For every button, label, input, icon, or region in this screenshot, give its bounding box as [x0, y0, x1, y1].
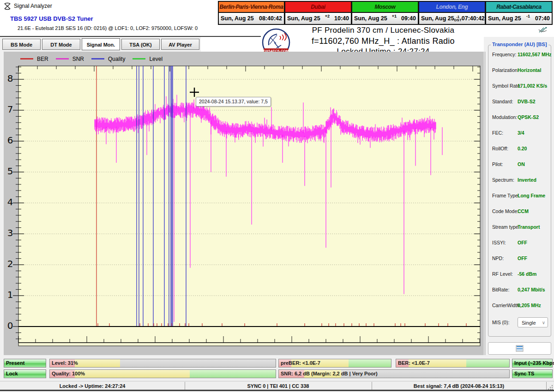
clock-panel-3: MoscowSun, Aug 25+109:40: [352, 1, 419, 25]
stream-info-button[interactable]: [488, 342, 551, 355]
field-label: CarrierWidth:: [492, 303, 521, 308]
stream-icon: [516, 345, 524, 352]
clock-time-row: Sun, Aug 2508:40:42: [219, 13, 284, 24]
field-value: Long Frame: [518, 193, 545, 198]
clock-date: Sun, Aug 25: [488, 15, 521, 22]
status-badge: Present: [4, 359, 46, 368]
clock-date: Sun, Aug 25: [421, 15, 454, 22]
field-label: ISSYI:: [492, 240, 506, 245]
field-label: FEC:: [492, 130, 503, 136]
clock-panel-5: Rabat-CasablancaSun, Aug 25-107:40: [486, 1, 553, 25]
progress-bar: preBER: <1.0E-7: [278, 359, 391, 368]
progress-bar: BER: <1.0E-7: [396, 359, 510, 368]
tab-tsa-ok[interactable]: TSA (OK): [121, 39, 160, 50]
clock-panel-4: London, EngSun, Aug 25-1DST07:40:42: [419, 1, 486, 25]
progress-bar: Level: 31%: [49, 359, 276, 368]
field-value: 0,247 Mbit/s: [518, 287, 545, 292]
transponder-panel: Transponder (AU) [BS] Frequency:11602,56…: [488, 45, 551, 337]
offset-dst: DST: [454, 18, 462, 22]
field-value: OFF: [518, 240, 527, 245]
clock-time: 10:40: [334, 15, 349, 22]
field-label: Frequency:: [492, 52, 517, 57]
tab-av-player[interactable]: AV Player: [161, 39, 199, 50]
clock-city: Berlin-Paris-Vienna-Roma: [219, 2, 284, 13]
clock-time: 08:40:42: [259, 15, 282, 22]
clock-city: London, Eng: [419, 2, 485, 13]
satellite-icon: [537, 26, 549, 33]
clock-time-row: Sun, Aug 25+210:40: [285, 13, 351, 24]
field-value: 11602,567 MHz: [518, 52, 552, 57]
tuner-name: TBS 5927 USB DVB-S2 Tuner: [10, 15, 93, 22]
y-axis-label: 8: [5, 73, 16, 86]
chevron-down-icon: ∨: [542, 318, 545, 328]
bar-segment: [466, 359, 509, 367]
bar-label: BER: <1.0E-7: [398, 359, 430, 367]
bar-segment: [190, 370, 276, 378]
app-icon: [4, 2, 12, 10]
plot-area[interactable]: [18, 66, 480, 346]
mis-selected-value: Single: [522, 320, 536, 326]
resize-grip[interactable]: [548, 384, 553, 389]
field-value: 171,002 KS/s: [518, 83, 547, 89]
mode-tabs: BS ModeDT ModeSignal Mon.TSA (OK)AV Play…: [2, 39, 199, 50]
field-label: Stream type:: [492, 224, 520, 230]
bar-label: preBER: <1.0E-7: [281, 359, 320, 367]
statusbar-best-signal: Best signal: 7,4 dB (2024-08-24 15:13): [372, 381, 546, 391]
field-label: Symbol Rate:: [492, 83, 521, 89]
mis-dropdown[interactable]: Single ∨: [518, 317, 548, 327]
bar-segment: [349, 359, 391, 367]
y-axis-label: 5: [5, 166, 16, 178]
clock-city: Rabat-Casablanca: [486, 2, 552, 13]
progress-bar: SNR: 6,2 dB (Margin: 2,2 dB | Very Poor): [278, 369, 510, 378]
frequency-title: f=11602,760 MHz_H_ : Atlantis Radio: [272, 36, 494, 47]
y-axis-label: 0: [5, 320, 16, 333]
clock-time: 07:40:42: [462, 15, 485, 22]
y-axis-label: 3: [5, 227, 16, 240]
status-badge: Sync TS: [512, 369, 553, 378]
field-label: Code Mode:: [492, 208, 518, 214]
mis-label: MIS (0):: [492, 320, 509, 325]
tab-dt-mode[interactable]: DT Mode: [42, 39, 80, 50]
field-value: Transport: [518, 224, 540, 230]
statusbar-divider: [546, 382, 547, 390]
field-value: ON: [518, 161, 525, 167]
clock-time-row: Sun, Aug 25-107:40: [486, 13, 552, 24]
clock-panel-2: DubaiSun, Aug 25+210:40: [285, 1, 352, 25]
window-title: Signal Analyzer: [14, 3, 52, 9]
bar-segment: [75, 370, 190, 378]
y-axis-label: 2: [5, 258, 16, 271]
field-label: Modulation:: [492, 114, 517, 120]
field-value: Inverted: [518, 177, 536, 183]
clock-utc-offset: -1: [526, 14, 530, 18]
clock-city: Moscow: [352, 2, 418, 13]
clock-time-row: Sun, Aug 25-1DST07:40:42: [419, 13, 485, 24]
y-axis-label: 1: [5, 289, 16, 302]
panel-separator: [485, 52, 485, 355]
field-value: CCM: [518, 208, 529, 214]
field-value: -56 dBm: [518, 271, 536, 277]
field-label: Polarization:: [492, 67, 519, 73]
divider: [0, 36, 261, 37]
field-label: NPD:: [492, 255, 504, 261]
status-badge: Lock: [4, 369, 46, 378]
field-value: 0.20: [518, 146, 527, 151]
clock-date: Sun, Aug 25: [354, 15, 387, 22]
statusbar-uptime: Locked -> Uptime: 24:27:24: [0, 381, 185, 391]
tab-bs-mode[interactable]: BS Mode: [2, 39, 41, 50]
clock-time: 07:40: [535, 15, 550, 22]
field-label: Spectrum:: [492, 177, 514, 183]
clock-date: Sun, Aug 25: [221, 15, 254, 22]
tab-signal-mon[interactable]: Signal Mon.: [82, 38, 120, 50]
progress-bar: Quality: 100%: [49, 369, 276, 378]
field-value: Horizontal: [518, 67, 541, 73]
field-value: QPSK-S2: [518, 114, 539, 120]
signal-chart[interactable]: BERSNRQualityLevel 012345678 2024-08-24 …: [4, 52, 484, 355]
field-value: OFF: [518, 255, 527, 261]
field-label: RollOff:: [492, 146, 508, 151]
clock-city: Dubai: [285, 2, 351, 13]
y-axis-label: 7: [5, 104, 16, 117]
bar-label: Quality: 100%: [52, 370, 85, 378]
field-value: 3/4: [518, 130, 524, 136]
window-bottom-edge: [0, 390, 554, 391]
field-label: BitRate:: [492, 287, 509, 292]
